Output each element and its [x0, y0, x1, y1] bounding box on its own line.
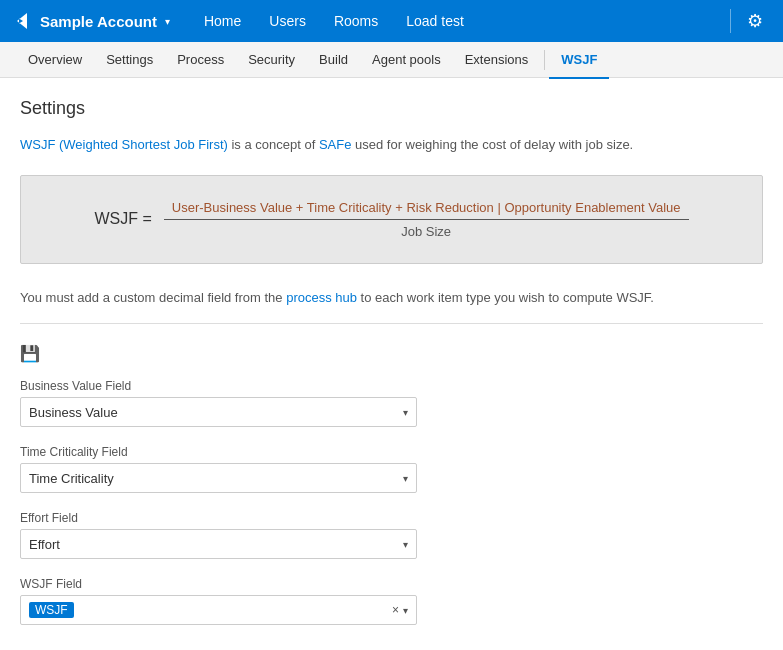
divider [20, 323, 763, 324]
vs-logo-icon [12, 11, 32, 31]
subnav-wsjf[interactable]: WSJF [549, 43, 609, 79]
time-criticality-group: Time Criticality Field Time Criticality … [20, 445, 763, 493]
desc2-pre: You must add a custom decimal field from… [20, 290, 286, 305]
gear-icon[interactable]: ⚙ [739, 10, 771, 32]
safe-link[interactable]: SAFe [319, 137, 352, 152]
nav-load-test[interactable]: Load test [392, 0, 478, 42]
description-paragraph: WSJF (Weighted Shortest Job First) is a … [20, 135, 763, 155]
page-title: Settings [20, 98, 763, 119]
business-value-value: Business Value [29, 405, 403, 420]
wsjf-field-label: WSJF Field [20, 577, 763, 591]
business-value-group: Business Value Field Business Value ▾ [20, 379, 763, 427]
top-navigation: Sample Account ▾ Home Users Rooms Load t… [0, 0, 783, 42]
subnav-separator [544, 50, 545, 70]
formula-denominator: Job Size [401, 220, 451, 239]
page-content: Settings WSJF (Weighted Shortest Job Fir… [0, 78, 783, 650]
time-criticality-chevron-icon: ▾ [403, 473, 408, 484]
nav-users[interactable]: Users [255, 0, 320, 42]
brand-name: Sample Account [40, 13, 157, 30]
wsjf-tag-value: WSJF [35, 603, 68, 617]
wsjf-dropdown-buttons: × ▾ [392, 603, 408, 617]
nav-home[interactable]: Home [190, 0, 255, 42]
effort-dropdown[interactable]: Effort ▾ [20, 529, 417, 559]
formula-fraction: User-Business Value + Time Criticality +… [164, 200, 689, 239]
wsjf-dropdown[interactable]: WSJF × ▾ [20, 595, 417, 625]
effort-group: Effort Field Effort ▾ [20, 511, 763, 559]
formula-label: WSJF = [94, 210, 151, 228]
nav-separator [730, 9, 731, 33]
wsjf-tag: WSJF [29, 602, 74, 618]
time-criticality-dropdown[interactable]: Time Criticality ▾ [20, 463, 417, 493]
subnav-process[interactable]: Process [165, 43, 236, 79]
top-nav-links: Home Users Rooms Load test [190, 0, 722, 42]
wsjf-clear-icon[interactable]: × [392, 603, 399, 617]
subnav-settings[interactable]: Settings [94, 43, 165, 79]
description-paragraph2: You must add a custom decimal field from… [20, 288, 763, 308]
brand-area[interactable]: Sample Account ▾ [12, 11, 186, 31]
save-area: 💾 [20, 344, 763, 363]
subnav-security[interactable]: Security [236, 43, 307, 79]
process-hub-link[interactable]: process hub [286, 290, 357, 305]
brand-chevron-icon[interactable]: ▾ [165, 16, 170, 27]
desc1b: used for weighing the cost of delay with… [351, 137, 633, 152]
time-criticality-value: Time Criticality [29, 471, 403, 486]
formula-numerator: User-Business Value + Time Criticality +… [164, 200, 689, 220]
subnav-agent-pools[interactable]: Agent pools [360, 43, 453, 79]
wsjf-field-group: WSJF Field WSJF × ▾ [20, 577, 763, 625]
business-value-dropdown[interactable]: Business Value ▾ [20, 397, 417, 427]
effort-value: Effort [29, 537, 403, 552]
desc1: is a concept of [228, 137, 319, 152]
subnav-overview[interactable]: Overview [16, 43, 94, 79]
effort-label: Effort Field [20, 511, 763, 525]
sub-navigation: Overview Settings Process Security Build… [0, 42, 783, 78]
subnav-build[interactable]: Build [307, 43, 360, 79]
time-criticality-label: Time Criticality Field [20, 445, 763, 459]
formula-row: WSJF = User-Business Value + Time Critic… [94, 200, 688, 239]
formula-content: WSJF = User-Business Value + Time Critic… [94, 200, 688, 239]
save-icon[interactable]: 💾 [20, 344, 40, 363]
nav-rooms[interactable]: Rooms [320, 0, 392, 42]
wsjf-chevron-icon[interactable]: ▾ [403, 605, 408, 616]
subnav-extensions[interactable]: Extensions [453, 43, 541, 79]
wsjf-link[interactable]: WSJF (Weighted Shortest Job First) [20, 137, 228, 152]
effort-chevron-icon: ▾ [403, 539, 408, 550]
business-value-chevron-icon: ▾ [403, 407, 408, 418]
formula-box: WSJF = User-Business Value + Time Critic… [20, 175, 763, 264]
desc2-post: to each work item type you wish to compu… [357, 290, 654, 305]
business-value-label: Business Value Field [20, 379, 763, 393]
